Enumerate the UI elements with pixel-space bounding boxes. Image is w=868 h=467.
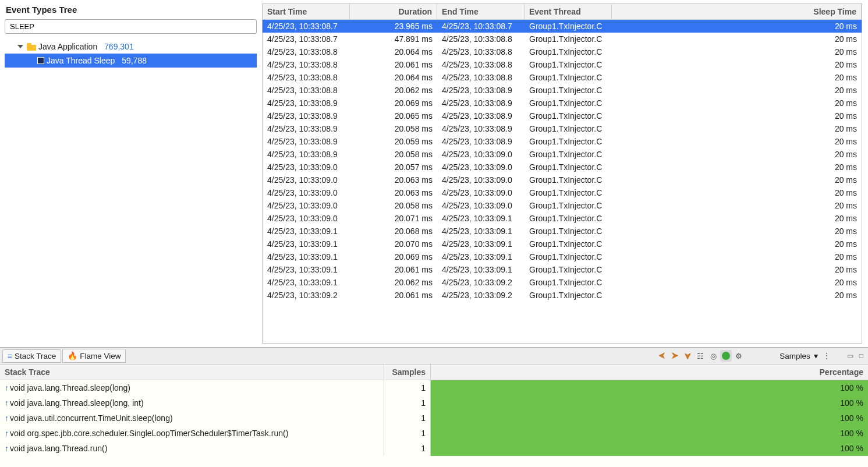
cell: 20 ms: [612, 58, 862, 71]
target-icon[interactable]: ◎: [707, 350, 719, 362]
table-row[interactable]: 4/25/23, 10:33:09.120.069 ms4/25/23, 10:…: [263, 250, 862, 263]
cell: 20.061 ms: [350, 263, 437, 276]
up-arrow-icon: ↑: [5, 383, 9, 392]
table-row[interactable]: 4/25/23, 10:33:08.820.062 ms4/25/23, 10:…: [263, 84, 862, 97]
cell: Group1.TxInjector.C: [525, 71, 612, 84]
maximize-icon[interactable]: □: [857, 352, 866, 360]
cell: Group1.TxInjector.C: [525, 84, 612, 97]
prev-frame-icon[interactable]: ⮜: [656, 350, 668, 362]
up-arrow-icon: ↑: [5, 398, 9, 408]
stack-method: ↑void java.lang.Thread.sleep(long): [0, 380, 384, 395]
cell: 4/25/23, 10:33:08.9: [263, 97, 350, 109]
col-percentage[interactable]: Percentage: [430, 365, 868, 380]
table-row[interactable]: 4/25/23, 10:33:08.920.059 ms4/25/23, 10:…: [263, 135, 862, 148]
samples-dropdown[interactable]: Samples ▾: [776, 350, 821, 362]
table-row[interactable]: 4/25/23, 10:33:09.120.062 ms4/25/23, 10:…: [263, 276, 862, 289]
table-row[interactable]: 4/25/23, 10:33:09.020.071 ms4/25/23, 10:…: [263, 212, 862, 225]
cell: 4/25/23, 10:33:08.8: [437, 45, 525, 58]
panel-title: Event Types Tree: [6, 5, 256, 15]
list-icon: ≡: [8, 352, 12, 360]
col-event-thread[interactable]: Event Thread: [525, 4, 612, 19]
table-row[interactable]: 4/25/23, 10:33:09.020.063 ms4/25/23, 10:…: [263, 186, 862, 199]
table-body[interactable]: 4/25/23, 10:33:08.723.965 ms4/25/23, 10:…: [263, 20, 862, 343]
collapse-icon[interactable]: [17, 45, 23, 48]
col-end-time[interactable]: End Time: [437, 4, 525, 19]
table-row[interactable]: 4/25/23, 10:33:09.120.070 ms4/25/23, 10:…: [263, 238, 862, 250]
cell: 20.071 ms: [350, 212, 437, 225]
cell: 20 ms: [612, 71, 862, 84]
stack-row[interactable]: ↑void java.lang.Thread.run()1100 %: [0, 441, 868, 456]
cell: 4/25/23, 10:33:09.2: [263, 289, 350, 302]
col-sleep-time[interactable]: Sleep Time: [612, 4, 862, 19]
table-row[interactable]: 4/25/23, 10:33:09.120.061 ms4/25/23, 10:…: [263, 263, 862, 276]
up-arrow-icon: ↑: [5, 413, 9, 423]
cell: Group1.TxInjector.C: [525, 238, 612, 250]
minimize-icon[interactable]: ▭: [845, 352, 856, 360]
dropdown-label: Samples: [780, 352, 810, 360]
tab-label: Stack Trace: [15, 352, 56, 360]
table-row[interactable]: 4/25/23, 10:33:08.920.058 ms4/25/23, 10:…: [263, 148, 862, 161]
col-samples[interactable]: Samples: [384, 365, 430, 380]
table-row[interactable]: 4/25/23, 10:33:08.920.065 ms4/25/23, 10:…: [263, 109, 862, 122]
skip-frame-icon[interactable]: ⮟: [682, 350, 693, 362]
table-row[interactable]: 4/25/23, 10:33:08.723.965 ms4/25/23, 10:…: [263, 20, 862, 33]
cell: 4/25/23, 10:33:09.1: [437, 225, 525, 238]
event-tree: Java Application 769,301 Java Thread Sle…: [5, 40, 257, 68]
cell: 20.058 ms: [350, 122, 437, 135]
tree-item-label: Java Thread Sleep: [47, 56, 115, 65]
table-row[interactable]: 4/25/23, 10:33:08.920.069 ms4/25/23, 10:…: [263, 97, 862, 109]
stack-percentage: 100 %: [430, 426, 868, 441]
stack-percentage: 100 %: [430, 380, 868, 395]
table-row[interactable]: 4/25/23, 10:33:08.820.061 ms4/25/23, 10:…: [263, 58, 862, 71]
stack-row[interactable]: ↑void java.lang.Thread.sleep(long, int)1…: [0, 395, 868, 411]
col-stack-trace[interactable]: Stack Trace: [0, 365, 384, 380]
search-input[interactable]: [5, 19, 257, 34]
cell: 20 ms: [612, 276, 862, 289]
cell: 20.064 ms: [350, 45, 437, 58]
stack-row[interactable]: ↑void org.spec.jbb.core.scheduler.Single…: [0, 426, 868, 441]
table-row[interactable]: 4/25/23, 10:33:09.020.063 ms4/25/23, 10:…: [263, 174, 862, 186]
cell: Group1.TxInjector.C: [525, 186, 612, 199]
tree-item-count: 59,788: [122, 56, 147, 65]
cell: Group1.TxInjector.C: [525, 263, 612, 276]
table-row[interactable]: 4/25/23, 10:33:08.920.058 ms4/25/23, 10:…: [263, 122, 862, 135]
table-row[interactable]: 4/25/23, 10:33:09.220.061 ms4/25/23, 10:…: [263, 289, 862, 302]
tab-stack-trace[interactable]: ≡ Stack Trace: [2, 349, 61, 363]
cell: 4/25/23, 10:33:09.1: [437, 212, 525, 225]
stack-row[interactable]: ↑void java.util.concurrent.TimeUnit.slee…: [0, 411, 868, 426]
table-row[interactable]: 4/25/23, 10:33:09.020.058 ms4/25/23, 10:…: [263, 199, 862, 212]
method-filter-icon[interactable]: [720, 350, 732, 362]
col-start-time[interactable]: Start Time: [263, 4, 350, 19]
col-duration[interactable]: Duration: [350, 4, 437, 19]
table-row[interactable]: 4/25/23, 10:33:08.747.891 ms4/25/23, 10:…: [263, 33, 862, 45]
cell: 4/25/23, 10:33:08.8: [263, 84, 350, 97]
table-row[interactable]: 4/25/23, 10:33:09.120.068 ms4/25/23, 10:…: [263, 225, 862, 238]
more-options-icon[interactable]: ⋮: [823, 351, 831, 360]
cell: 4/25/23, 10:33:08.9: [437, 97, 525, 109]
cell: 4/25/23, 10:33:09.1: [263, 276, 350, 289]
table-row[interactable]: 4/25/23, 10:33:08.820.064 ms4/25/23, 10:…: [263, 71, 862, 84]
cell: 4/25/23, 10:33:09.0: [263, 161, 350, 174]
cell: Group1.TxInjector.C: [525, 276, 612, 289]
cell: 20 ms: [612, 186, 862, 199]
tab-flame-view[interactable]: 🔥 Flame View: [62, 349, 126, 363]
tree-layout-icon[interactable]: ☷: [695, 350, 706, 362]
cell: 4/25/23, 10:33:09.0: [437, 148, 525, 161]
next-frame-icon[interactable]: ⮞: [669, 350, 681, 362]
cell: 20.070 ms: [350, 238, 437, 250]
gear-icon[interactable]: ⚙: [733, 350, 745, 362]
table-row[interactable]: 4/25/23, 10:33:09.020.057 ms4/25/23, 10:…: [263, 161, 862, 174]
table-row[interactable]: 4/25/23, 10:33:08.820.064 ms4/25/23, 10:…: [263, 45, 862, 58]
cell: 4/25/23, 10:33:08.7: [437, 20, 525, 33]
cell: Group1.TxInjector.C: [525, 33, 612, 45]
stack-row[interactable]: ↑void java.lang.Thread.sleep(long)1100 %: [0, 380, 868, 395]
cell: 4/25/23, 10:33:09.0: [437, 174, 525, 186]
cell: 20 ms: [612, 122, 862, 135]
cell: 23.965 ms: [350, 20, 437, 33]
stack-body[interactable]: ↑void java.lang.Thread.sleep(long)1100 %…: [0, 380, 868, 467]
stack-samples: 1: [384, 426, 430, 441]
tree-root-java-application[interactable]: Java Application 769,301: [5, 40, 257, 54]
tree-item-java-thread-sleep[interactable]: Java Thread Sleep 59,788: [5, 54, 257, 68]
cell: 20 ms: [612, 199, 862, 212]
cell: 4/25/23, 10:33:08.9: [437, 109, 525, 122]
